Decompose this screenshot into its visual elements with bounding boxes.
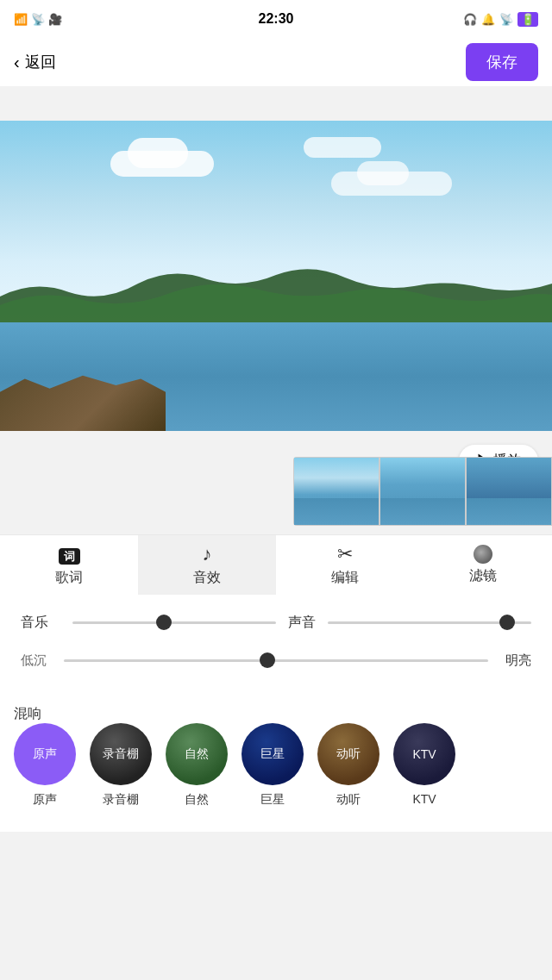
chevron-left-icon: ‹ — [14, 53, 20, 72]
reverb-giant-label: 巨星 — [260, 746, 285, 762]
headphone-icon: 🎧 — [463, 13, 477, 26]
sound-thumb[interactable] — [499, 615, 515, 630]
tab-effects-label: 音效 — [193, 569, 221, 587]
reverb-studio-name: 录音棚 — [103, 792, 139, 808]
signal-icon: 📶 — [14, 13, 28, 26]
timeline-strip — [293, 457, 552, 526]
tab-edit[interactable]: ✂ 编辑 — [276, 535, 414, 595]
music-slider[interactable] — [72, 612, 276, 633]
reverb-ktv-label: KTV — [412, 747, 436, 761]
status-right: 🎧 🔔 📡 🔋 — [463, 12, 538, 27]
controls-section: 音乐 声音 低沉 明亮 — [0, 595, 552, 705]
reverb-nature[interactable]: 自然 自然 — [166, 723, 228, 808]
music-label: 音乐 — [21, 614, 72, 632]
reverb-original-name: 原声 — [33, 792, 57, 808]
reverb-giant-name: 巨星 — [260, 792, 285, 808]
preview-spacer — [0, 86, 552, 121]
reverb-section: 混响 原声 原声 录音棚 录音棚 自然 自然 巨星 巨星 — [0, 705, 552, 832]
brightness-row: 低沉 明亮 — [21, 650, 531, 671]
sound-slider[interactable] — [328, 612, 531, 633]
tab-edit-label: 编辑 — [331, 569, 359, 587]
reverb-original[interactable]: 原声 原声 — [14, 723, 76, 808]
lyrics-icon: 词 — [59, 543, 80, 565]
reverb-ktv[interactable]: KTV KTV — [393, 723, 455, 808]
reverb-giant-icon: 巨星 — [242, 723, 304, 785]
reverb-nature-name: 自然 — [185, 792, 209, 808]
strip-thumb-3 — [466, 457, 552, 526]
status-bar: 📶 📡 🎥 22:30 🎧 🔔 📡 🔋 — [0, 0, 552, 38]
nav-bar: ‹ 返回 保存 — [0, 38, 552, 86]
preview-image — [0, 121, 552, 431]
tab-lyrics[interactable]: 词 歌词 — [0, 535, 138, 595]
tab-filter[interactable]: 滤镜 — [414, 535, 552, 595]
brightness-thumb[interactable] — [260, 652, 275, 668]
tab-lyrics-label: 歌词 — [55, 569, 83, 587]
strip-thumb-2 — [380, 457, 466, 526]
brightness-left-label: 低沉 — [21, 652, 64, 669]
save-button[interactable]: 保存 — [466, 43, 538, 81]
reverb-ktv-name: KTV — [412, 792, 436, 806]
cloud-1 — [110, 151, 214, 177]
timeline-area: ▶ 播放 — [0, 431, 552, 534]
reverb-nature-label: 自然 — [185, 746, 209, 762]
reverb-moving-icon: 动听 — [317, 723, 380, 785]
reverb-studio-label: 录音棚 — [103, 746, 139, 762]
reverb-ktv-icon: KTV — [393, 723, 455, 785]
foreground-rocks — [0, 365, 166, 431]
brightness-slider[interactable] — [64, 650, 488, 671]
wifi-icon: 📡 — [31, 13, 45, 26]
video-icon: 🎥 — [48, 13, 62, 26]
status-time: 22:30 — [259, 11, 294, 27]
cast-icon: 📡 — [499, 13, 513, 26]
brightness-right-label: 明亮 — [488, 652, 531, 669]
mountain — [0, 253, 552, 322]
reverb-studio[interactable]: 录音棚 录音棚 — [90, 723, 152, 808]
tab-effects[interactable]: ♪ 音效 — [138, 535, 276, 595]
tab-filter-label: 滤镜 — [469, 567, 497, 585]
sound-label: 声音 — [276, 614, 328, 632]
strip-thumb-1 — [293, 457, 380, 526]
back-label: 返回 — [25, 52, 56, 72]
tab-bar: 词 歌词 ♪ 音效 ✂ 编辑 滤镜 — [0, 534, 552, 595]
battery-icon: 🔋 — [518, 12, 538, 27]
reverb-moving[interactable]: 动听 动听 — [317, 723, 380, 808]
reverb-moving-label: 动听 — [336, 746, 361, 762]
reverb-original-label: 原声 — [33, 746, 57, 762]
status-left: 📶 📡 🎥 — [14, 13, 62, 26]
scissors-icon: ✂ — [337, 543, 353, 565]
back-button[interactable]: ‹ 返回 — [14, 52, 56, 72]
reverb-options: 原声 原声 录音棚 录音棚 自然 自然 巨星 巨星 动听 动听 — [14, 723, 538, 815]
cloud-2 — [304, 137, 381, 158]
music-slider-row: 音乐 声音 — [21, 612, 531, 633]
music-track — [72, 621, 276, 624]
reverb-nature-icon: 自然 — [166, 723, 228, 785]
reverb-studio-icon: 录音棚 — [90, 723, 152, 785]
sea-bg — [0, 322, 552, 431]
reverb-giant[interactable]: 巨星 巨星 — [242, 723, 304, 808]
sound-track — [328, 621, 531, 624]
bell-icon: 🔔 — [481, 13, 495, 26]
cloud-3 — [331, 172, 452, 196]
reverb-original-icon: 原声 — [14, 723, 76, 785]
music-icon: ♪ — [203, 543, 212, 565]
filter-icon — [474, 545, 492, 564]
reverb-moving-name: 动听 — [336, 792, 361, 808]
reverb-label: 混响 — [14, 702, 41, 721]
music-thumb[interactable] — [156, 615, 172, 630]
brightness-track — [64, 659, 488, 662]
